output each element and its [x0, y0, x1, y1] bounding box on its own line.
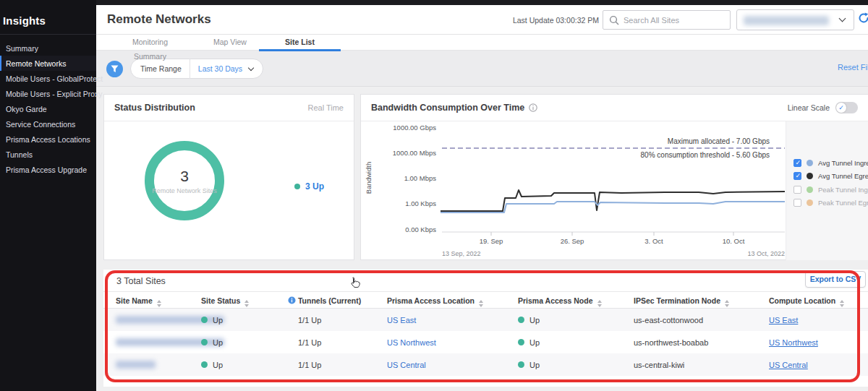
compute-location-link[interactable]: US Central [769, 361, 808, 369]
series-dot [807, 173, 813, 179]
total-sites-label: 3 Total Sites [116, 276, 166, 286]
sidebar-title: Insights [0, 0, 96, 34]
column-header-compute-location[interactable]: Compute Location [769, 292, 844, 309]
legend-avg-tunnel-egress[interactable]: Avg Tunnel Egress [793, 172, 868, 180]
tab-monitoring-summary[interactable]: Monitoring Summary [116, 35, 184, 51]
donut-label: Remote Network Sites [152, 187, 217, 194]
node-status-text: Up [529, 361, 540, 369]
refresh-button[interactable] [858, 12, 868, 27]
pa-location-link[interactable]: US Central [387, 361, 426, 369]
search-input[interactable] [624, 11, 728, 29]
chevron-down-icon [839, 15, 846, 22]
ipsec-node-cell: us-northwest-boabab [634, 331, 708, 353]
sort-icon[interactable] [244, 300, 249, 307]
sidebar-item-okyo-garde[interactable]: Okyo Garde [0, 101, 96, 116]
node-status-text: Up [529, 338, 540, 347]
donut-count: 3 [180, 168, 189, 185]
tunnels-text: 1/1 Up [298, 338, 321, 347]
bandwidth-card: Bandwidth Consumption Over Time Linear S… [360, 94, 868, 260]
linear-scale-toggle[interactable] [835, 102, 858, 113]
column-header-ipsec-node[interactable]: IPSec Termination Node [634, 292, 729, 309]
site-name-redacted[interactable] [116, 353, 156, 376]
filter-button[interactable] [106, 61, 123, 77]
sort-icon[interactable] [479, 300, 483, 307]
export-to-csv-button[interactable]: Export to CSV [805, 271, 866, 288]
pa-location-link[interactable]: US East [387, 316, 416, 325]
table-header-row: Site Name Site Status Tunnels (Current) … [103, 291, 868, 309]
pa-location-link[interactable]: US Northwest [387, 338, 436, 347]
tab-map-view[interactable]: Map View [205, 35, 255, 51]
sidebar-item-remote-networks[interactable]: Remote Networks [0, 56, 96, 71]
ipsec-node-text: us-central-kiwi [634, 361, 684, 369]
tab-site-list[interactable]: Site List [259, 35, 341, 51]
x-tick-0: 19. Sep [480, 237, 503, 245]
sidebar-item-prisma-access-upgrade[interactable]: Prisma Access Upgrade [0, 162, 96, 177]
time-range-label: Time Range [140, 64, 182, 73]
column-label: Site Name [116, 296, 153, 305]
chevron-down-icon [248, 64, 254, 70]
column-header-pa-node[interactable]: Prisma Access Node [518, 292, 602, 309]
status-donut-chart: 3 Remote Network Sites [145, 141, 224, 220]
site-search[interactable] [603, 10, 731, 30]
compute-location-link[interactable]: US East [769, 316, 798, 325]
checkbox-unchecked-icon[interactable] [793, 186, 801, 194]
compute-location-cell: US Northwest [769, 331, 818, 353]
page-title: Remote Networks [107, 12, 211, 27]
table-row[interactable]: Up 1/1 Up US Central Up us-central-kiwi … [103, 353, 868, 376]
status-text: Up [213, 316, 223, 325]
ipsec-node-cell: us-east-cottonwood [634, 309, 703, 331]
reset-filters-link[interactable]: Reset Filters [838, 63, 868, 72]
sidebar-item-mobile-users-explicit-proxy[interactable]: Mobile Users - Explicit Proxy [0, 86, 96, 101]
sidebar-item-tunnels[interactable]: Tunnels [0, 147, 96, 162]
status-legend-up[interactable]: 3 Up [294, 181, 324, 192]
filter-bar: Time Range Last 30 Days Reset Filters [96, 51, 868, 87]
legend-avg-tunnel-ingress[interactable]: Avg Tunnel Ingress [793, 159, 868, 167]
real-time-label: Real Time [307, 103, 344, 112]
sidebar-item-service-connections[interactable]: Service Connections [0, 116, 96, 132]
account-selector[interactable] [736, 9, 854, 30]
bandwidth-card-title: Bandwidth Consumption Over Time [371, 103, 537, 113]
column-header-pa-location[interactable]: Prisma Access Location [387, 292, 483, 309]
info-icon[interactable] [529, 103, 537, 112]
status-dot [518, 361, 524, 368]
status-dot [518, 339, 524, 345]
sort-icon[interactable] [840, 300, 844, 307]
checkbox-checked-icon[interactable] [793, 159, 801, 167]
sort-icon[interactable] [725, 300, 729, 307]
search-icon [609, 15, 619, 25]
node-status-text: Up [529, 316, 540, 325]
sidebar: Insights Summary Remote Networks Mobile … [0, 0, 96, 391]
column-header-tunnels[interactable]: Tunnels (Current) [288, 292, 361, 309]
time-range-value[interactable]: Last 30 Days [198, 64, 242, 73]
ipsec-node-text: us-east-cottonwood [634, 316, 703, 325]
compute-location-link[interactable]: US Northwest [769, 338, 818, 347]
top-black-bar [0, 0, 868, 5]
column-header-site-status[interactable]: Site Status [201, 292, 249, 309]
pa-node-cell: Up [518, 309, 540, 331]
sort-icon[interactable] [157, 300, 161, 307]
column-header-site-name[interactable]: Site Name [116, 292, 161, 309]
x-tick-3: 10. Oct [723, 237, 745, 245]
chart-end-date: 13 Oct, 2022 [747, 250, 785, 257]
legend-peak-tunnel-egress[interactable]: Peak Tunnel Egress [793, 199, 868, 207]
site-status-cell: Up [201, 353, 223, 376]
sidebar-item-prisma-access-locations[interactable]: Prisma Access Locations [0, 132, 96, 147]
y-tick-1: 1000.00 Mbps [393, 149, 436, 157]
status-dot [201, 361, 208, 368]
status-dot [518, 317, 524, 323]
ipsec-node-text: us-northwest-boabab [634, 338, 708, 347]
tunnels-text: 1/1 Up [298, 361, 321, 369]
table-row[interactable]: Up 1/1 Up US Northwest Up us-northwest-b… [103, 331, 868, 353]
pa-location-cell: US Northwest [387, 331, 436, 353]
table-row[interactable]: Up 1/1 Up US East Up us-east-cottonwood … [103, 309, 868, 331]
legend-peak-tunnel-ingress[interactable]: Peak Tunnel Ingress [793, 186, 868, 194]
sort-icon[interactable] [597, 300, 602, 307]
y-tick-0: 1000.00 Gbps [393, 124, 436, 132]
bandwidth-legend: Avg Tunnel Ingress Avg Tunnel Egress Pea… [786, 121, 868, 260]
checkbox-unchecked-icon[interactable] [793, 199, 801, 207]
sidebar-item-mobile-users-globalprotect[interactable]: Mobile Users - GlobalProtect [0, 71, 96, 86]
checkbox-checked-icon[interactable] [793, 172, 801, 180]
pa-node-cell: Up [518, 353, 540, 376]
sidebar-item-summary[interactable]: Summary [0, 40, 96, 56]
up-count-label: 3 Up [305, 181, 324, 192]
